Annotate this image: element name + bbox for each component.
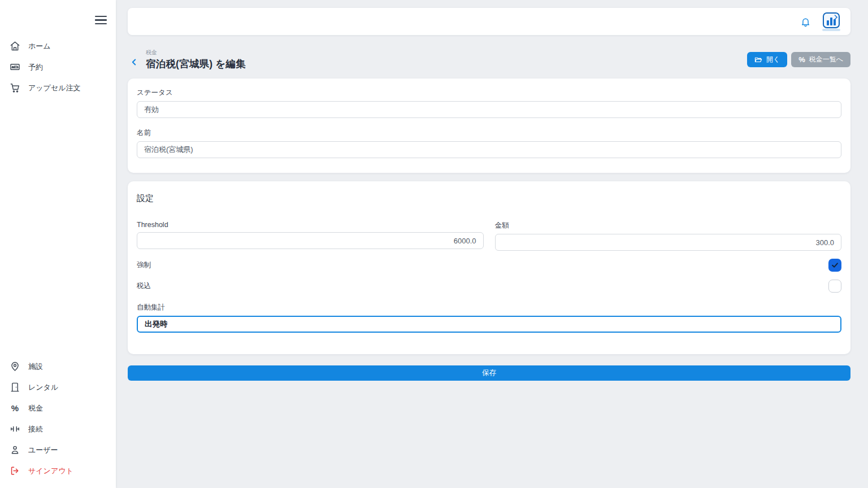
sidebar-item-facilities[interactable]: 施設 [0,356,116,377]
percent-icon: % [798,55,805,64]
amount-label: 金額 [495,221,842,230]
sidebar-item-label: サインアウト [28,465,73,476]
status-label: ステータス [137,88,841,98]
location-pin-icon [10,361,20,372]
logo-caption [822,29,840,31]
mandatory-label: 強制 [137,260,151,270]
mandatory-checkbox[interactable] [828,259,841,272]
top-header-bar [128,8,850,35]
threshold-input[interactable] [137,232,484,249]
open-button[interactable]: 開く [747,52,787,67]
percent-icon: % [10,403,20,413]
hamburger-menu-icon[interactable] [94,15,108,25]
check-icon [831,261,839,269]
save-button[interactable]: 保存 [128,365,850,381]
plug-icon [10,424,20,434]
sidebar-item-taxes[interactable]: % 税金 [0,398,116,419]
tax-list-button[interactable]: % 税金一覧へ [791,52,850,67]
sidebar-item-label: 接続 [28,424,43,434]
sidebar-item-label: 税金 [28,403,43,413]
sidebar-item-home[interactable]: ホーム [0,36,116,56]
sidebar-item-label: 施設 [28,361,43,372]
bed-icon [10,62,20,72]
app-root: ホーム 予約 アップセル注文 施設 [0,0,868,488]
amount-input[interactable] [495,234,842,251]
sidebar-item-upsell-orders[interactable]: アップセル注文 [0,77,116,98]
folder-open-icon [754,56,762,64]
signout-icon [10,465,20,476]
auto-tally-input[interactable] [137,316,841,333]
cart-icon [10,82,20,93]
door-icon [10,382,20,393]
chevron-left-icon[interactable] [128,57,142,67]
breadcrumb: 税金 [146,49,246,56]
tax-included-checkbox[interactable] [828,280,841,293]
sidebar-nav-bottom: 施設 レンタル % 税金 接続 ユ [0,356,116,488]
title-row: 税金 宿泊税(宮城県) を編集 開く % 税金一覧へ [128,49,850,71]
auto-tally-label: 自動集計 [137,303,841,312]
main-content: 税金 宿泊税(宮城県) を編集 開く % 税金一覧へ ステータス [116,0,868,488]
bell-icon[interactable] [800,16,811,27]
sidebar-item-rentals[interactable]: レンタル [0,377,116,398]
name-label: 名前 [137,128,841,138]
sidebar: ホーム 予約 アップセル注文 施設 [0,0,116,488]
tax-included-label: 税込 [137,281,151,291]
sidebar-item-label: 予約 [28,62,43,72]
sidebar-item-signout[interactable]: サインアウト [0,460,116,481]
basic-info-card: ステータス 名前 [128,79,850,173]
bar-chart-logo[interactable] [822,12,840,31]
sidebar-item-users[interactable]: ユーザー [0,439,116,460]
sidebar-item-label: ユーザー [28,445,58,455]
sidebar-item-label: アップセル注文 [28,82,81,93]
sidebar-nav-top: ホーム 予約 アップセル注文 [0,36,116,98]
home-icon [10,41,20,51]
user-icon [10,445,20,455]
page-title: 宿泊税(宮城県) を編集 [146,57,246,71]
sidebar-item-connections[interactable]: 接続 [0,419,116,439]
sidebar-item-label: レンタル [28,382,58,393]
settings-card: 設定 Threshold 金額 強制 税込 [128,181,850,354]
threshold-label: Threshold [137,221,484,229]
status-input[interactable] [137,101,841,118]
name-input[interactable] [137,141,841,158]
settings-heading: 設定 [137,193,841,204]
sidebar-item-reservations[interactable]: 予約 [0,56,116,77]
sidebar-item-label: ホーム [28,41,51,51]
